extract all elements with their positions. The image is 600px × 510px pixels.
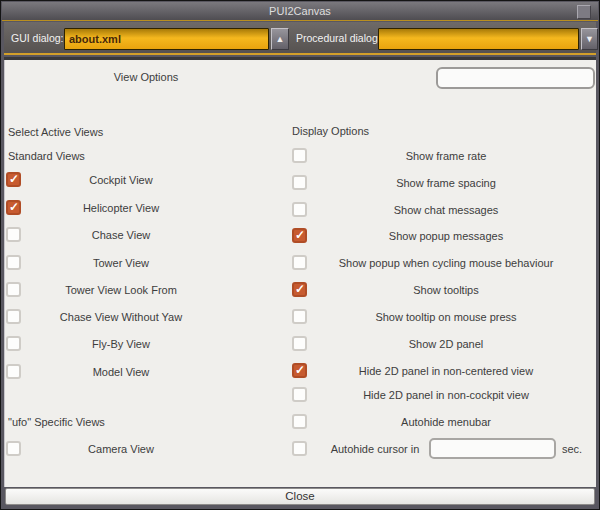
checkbox-tower-view-look-from[interactable]: [6, 282, 21, 297]
row-chase-view-without-yaw: Chase View Without Yaw: [6, 304, 231, 330]
checkbox-label: Hide 2D panel in non-centered view: [307, 358, 585, 384]
pui2canvas-window: PUI2Canvas GUI dialog: ▲ Procedural dial…: [0, 0, 600, 510]
gui-dialog-input[interactable]: [64, 28, 269, 50]
checkbox-hide-2d-panel-non-cockpit[interactable]: [292, 387, 307, 402]
checkbox-label: Show popup messages: [307, 223, 585, 249]
checkbox-autohide-cursor[interactable]: [292, 441, 307, 456]
autohide-cursor-label: Autohide cursor in: [310, 436, 440, 462]
row-show-2d-panel: Show 2D panel: [292, 331, 595, 357]
autohide-cursor-input[interactable]: [429, 438, 556, 459]
row-model-view: Model View: [6, 359, 231, 385]
row-fly-by-view: Fly-By View: [6, 331, 231, 357]
row-cockpit-view: Cockpit View: [6, 167, 231, 193]
row-show-frame-rate: Show frame rate: [292, 143, 595, 169]
row-show-popup-cycling-mouse: Show popup when cycling mouse behaviour: [292, 250, 595, 276]
checkbox-model-view[interactable]: [6, 364, 21, 379]
checkbox-label: Show 2D panel: [307, 331, 585, 357]
checkbox-show-tooltips[interactable]: [292, 282, 307, 297]
row-autohide-cursor: Autohide cursor in sec.: [292, 436, 595, 462]
gui-dialog-label: GUI dialog:: [11, 22, 64, 55]
checkbox-label: Show frame rate: [307, 143, 585, 169]
checkbox-label: Model View: [21, 359, 221, 385]
top-right-empty-button[interactable]: [436, 67, 595, 89]
row-camera-view: Camera View: [6, 436, 231, 462]
checkbox-camera-view[interactable]: [6, 441, 21, 456]
close-button[interactable]: Close: [5, 488, 595, 505]
checkbox-label: Camera View: [21, 436, 221, 462]
checkbox-hide-2d-panel-non-centered[interactable]: [292, 363, 307, 378]
row-show-chat-messages: Show chat messages: [292, 197, 595, 223]
checkbox-show-frame-rate[interactable]: [292, 148, 307, 163]
checkbox-label: Fly-By View: [21, 331, 221, 357]
section-standard-views: Standard Views: [8, 148, 85, 164]
section-ufo-specific-views: "ufo" Specific Views: [8, 414, 105, 430]
row-hide-2d-panel-non-centered: Hide 2D panel in non-centered view: [292, 358, 595, 384]
row-autohide-menubar: Autohide menubar: [292, 409, 595, 435]
window-title: PUI2Canvas: [2, 2, 598, 21]
checkbox-label: Show chat messages: [307, 197, 585, 223]
checkbox-chase-view-without-yaw[interactable]: [6, 309, 21, 324]
row-hide-2d-panel-non-cockpit: Hide 2D panel in non-cockpit view: [292, 382, 595, 408]
row-tower-view-look-from: Tower View Look From: [6, 277, 231, 303]
checkbox-label: Hide 2D panel in non-cockpit view: [307, 382, 585, 408]
section-display-options: Display Options: [292, 123, 369, 139]
row-show-tooltip-on-mouse-press: Show tooltip on mouse press: [292, 304, 595, 330]
checkbox-label: Show frame spacing: [307, 170, 585, 196]
checkbox-fly-by-view[interactable]: [6, 336, 21, 351]
checkbox-show-tooltip-on-mouse-press[interactable]: [292, 309, 307, 324]
titlebar[interactable]: PUI2Canvas: [2, 2, 598, 21]
section-select-active-views: Select Active Views: [8, 124, 103, 140]
checkbox-label: Show tooltips: [307, 277, 585, 303]
checkbox-chase-view[interactable]: [6, 227, 21, 242]
checkbox-label: Tower View: [21, 250, 221, 276]
dialog-toolbar: GUI dialog: ▲ Procedural dialog: ▼: [4, 22, 596, 55]
procedural-dialog-label: Procedural dialog:: [296, 22, 381, 55]
row-show-popup-messages: Show popup messages: [292, 223, 595, 249]
row-tower-view: Tower View: [6, 250, 231, 276]
checkbox-show-popup-messages[interactable]: [292, 228, 307, 243]
checkbox-label: Show tooltip on mouse press: [307, 304, 585, 330]
checkbox-show-frame-spacing[interactable]: [292, 175, 307, 190]
checkbox-label: Cockpit View: [21, 167, 221, 193]
gui-dialog-up-arrow-icon[interactable]: ▲: [271, 28, 289, 50]
procedural-dialog-input[interactable]: [378, 28, 579, 50]
checkbox-label: Show popup when cycling mouse behaviour: [307, 250, 585, 276]
row-chase-view: Chase View: [6, 222, 231, 248]
checkbox-helicopter-view[interactable]: [6, 200, 21, 215]
page-title: View Options: [61, 71, 231, 87]
checkbox-label: Chase View Without Yaw: [21, 304, 221, 330]
checkbox-label: Helicopter View: [21, 195, 221, 221]
titlebar-box-button[interactable]: [577, 5, 591, 19]
checkbox-label: Tower View Look From: [21, 277, 221, 303]
checkbox-tower-view[interactable]: [6, 255, 21, 270]
checkbox-cockpit-view[interactable]: [6, 172, 21, 187]
row-show-frame-spacing: Show frame spacing: [292, 170, 595, 196]
procedural-dialog-down-arrow-icon[interactable]: ▼: [581, 28, 598, 50]
autohide-cursor-suffix: sec.: [562, 436, 582, 462]
row-show-tooltips: Show tooltips: [292, 277, 595, 303]
row-helicopter-view: Helicopter View: [6, 195, 231, 221]
checkbox-show-popup-cycling-mouse[interactable]: [292, 255, 307, 270]
checkbox-show-2d-panel[interactable]: [292, 336, 307, 351]
view-options-panel: View Options Select Active Views Standar…: [4, 57, 596, 487]
checkbox-label: Autohide menubar: [307, 409, 585, 435]
checkbox-show-chat-messages[interactable]: [292, 202, 307, 217]
checkbox-label: Chase View: [21, 222, 221, 248]
checkbox-autohide-menubar[interactable]: [292, 414, 307, 429]
